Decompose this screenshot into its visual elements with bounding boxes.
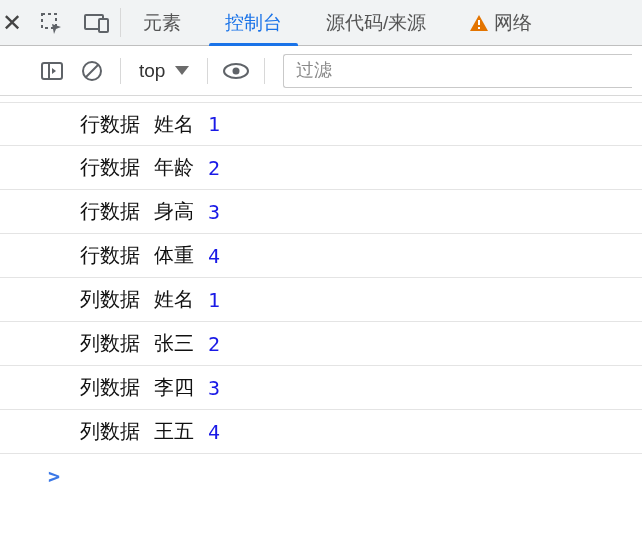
svg-rect-4 [478, 27, 480, 29]
log-arg-number: 1 [208, 288, 220, 312]
log-arg: 列数据 [80, 374, 140, 401]
tab-label: 控制台 [225, 10, 282, 36]
svg-point-10 [233, 67, 240, 74]
log-arg: 年龄 [154, 154, 194, 181]
log-arg: 列数据 [80, 418, 140, 445]
chevron-down-icon [175, 66, 189, 75]
log-arg: 身高 [154, 198, 194, 225]
console-prompt[interactable]: > [0, 454, 642, 488]
clear-console-icon[interactable] [74, 53, 110, 89]
log-arg: 列数据 [80, 286, 140, 313]
tab-network[interactable]: 网络 [448, 0, 554, 45]
log-arg: 王五 [154, 418, 194, 445]
log-arg-number: 2 [208, 332, 220, 356]
log-arg-number: 4 [208, 244, 220, 268]
console-log-row: 行数据体重4 [0, 234, 642, 278]
execution-context-selector[interactable]: top [131, 60, 197, 82]
device-toolbar-icon[interactable] [74, 0, 120, 45]
svg-line-8 [86, 64, 99, 77]
tab-label: 网络 [494, 10, 532, 36]
tab-elements[interactable]: 元素 [121, 0, 203, 45]
inspect-icon[interactable] [28, 0, 74, 45]
log-arg-number: 4 [208, 420, 220, 444]
log-arg: 姓名 [154, 286, 194, 313]
log-arg-number: 3 [208, 376, 220, 400]
prompt-chevron-icon: > [48, 464, 60, 488]
log-arg: 体重 [154, 242, 194, 269]
svg-rect-2 [99, 19, 108, 32]
log-arg: 行数据 [80, 111, 140, 138]
log-arg: 张三 [154, 330, 194, 357]
console-log-row: 行数据姓名1 [0, 102, 642, 146]
console-log-row: 列数据李四3 [0, 366, 642, 410]
console-log-row: 列数据姓名1 [0, 278, 642, 322]
tab-label: 元素 [143, 10, 181, 36]
tab-sources[interactable]: 源代码/来源 [304, 0, 448, 45]
filter-input[interactable] [283, 54, 632, 88]
console-log-row: 列数据王五4 [0, 410, 642, 454]
context-label: top [139, 60, 165, 82]
warning-icon [470, 15, 488, 31]
log-arg-number: 3 [208, 200, 220, 224]
tab-label: 源代码/来源 [326, 10, 426, 36]
log-arg: 行数据 [80, 154, 140, 181]
toggle-sidebar-icon[interactable] [34, 53, 70, 89]
log-arg: 列数据 [80, 330, 140, 357]
svg-rect-3 [478, 20, 480, 25]
console-log-row: 行数据年龄2 [0, 146, 642, 190]
console-output: 行数据姓名1行数据年龄2行数据身高3行数据体重4列数据姓名1列数据张三2列数据李… [0, 96, 642, 488]
log-arg: 李四 [154, 374, 194, 401]
console-toolbar: top [0, 46, 642, 96]
log-arg-number: 1 [208, 112, 220, 136]
log-arg: 姓名 [154, 111, 194, 138]
tab-console[interactable]: 控制台 [203, 0, 304, 45]
log-arg: 行数据 [80, 242, 140, 269]
console-log-row: 列数据张三2 [0, 322, 642, 366]
log-arg-number: 2 [208, 156, 220, 180]
filter-input-wrap [283, 54, 632, 88]
close-devtools-icon[interactable]: ✕ [0, 0, 28, 45]
live-expression-icon[interactable] [218, 53, 254, 89]
devtools-tabstrip: ✕ 元素 控制台 源代码/来源 [0, 0, 642, 46]
log-arg: 行数据 [80, 198, 140, 225]
console-log-row: 行数据身高3 [0, 190, 642, 234]
